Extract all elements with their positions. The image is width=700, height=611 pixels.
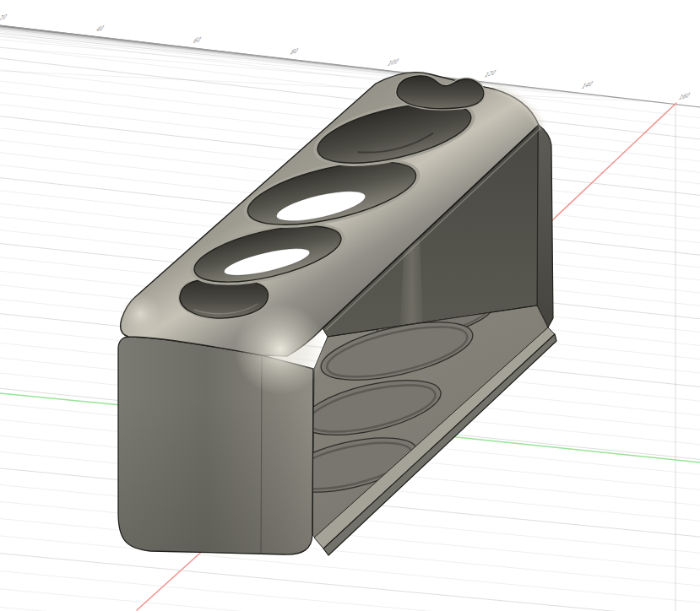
- corner-highlight-left: [120, 294, 160, 334]
- scene-svg: 20406080100120140160: [0, 0, 700, 611]
- rack-right-outer-face[interactable]: [537, 125, 553, 327]
- corner-highlight-front: [235, 304, 326, 395]
- cad-viewport[interactable]: 20406080100120140160: [0, 0, 700, 611]
